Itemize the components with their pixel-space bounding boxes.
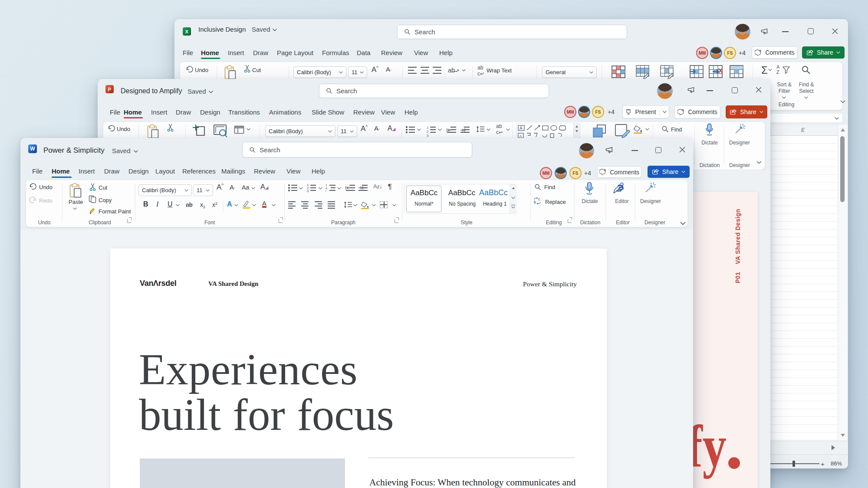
svg-text:c: c bbox=[538, 197, 540, 201]
svg-text:A: A bbox=[519, 134, 522, 138]
svg-text:A: A bbox=[519, 126, 523, 131]
svg-text:b: b bbox=[534, 200, 536, 204]
